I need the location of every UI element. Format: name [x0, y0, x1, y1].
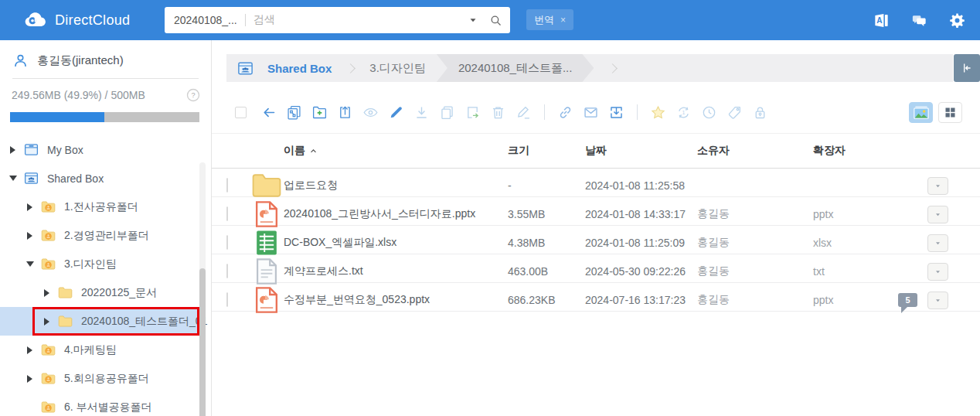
rename-button[interactable] [388, 104, 404, 121]
comment-count-badge[interactable]: 5 [898, 293, 917, 307]
app-logo[interactable]: DirectCloud [23, 11, 130, 29]
download-button[interactable] [413, 104, 430, 121]
row-actions-button[interactable] [927, 263, 948, 281]
tree-expand-arrow[interactable] [8, 176, 18, 181]
move-button[interactable] [464, 104, 481, 121]
tree-item[interactable]: 1.전사공유폴더 [0, 193, 199, 221]
signature-icon [516, 104, 532, 121]
view-toggle-group [909, 102, 962, 123]
header-name-sortable[interactable]: 이름 [284, 144, 508, 158]
help-question-icon[interactable]: ? [185, 87, 201, 103]
copy-format-button[interactable] [286, 104, 302, 121]
favorite-button[interactable] [650, 104, 666, 121]
row-actions-button[interactable] [927, 206, 948, 223]
tree-item[interactable]: Shared Box [0, 164, 199, 193]
upload-button[interactable] [337, 104, 353, 121]
thumbnail-view-button[interactable] [909, 102, 933, 123]
delete-trash-icon [490, 104, 506, 121]
file-size: - [508, 179, 585, 192]
copy-button[interactable] [439, 104, 455, 121]
search-icon[interactable] [489, 14, 502, 27]
lock-button[interactable] [752, 104, 768, 121]
tag-button[interactable] [726, 104, 743, 121]
back-button[interactable] [260, 104, 277, 121]
row-checkbox[interactable] [226, 264, 228, 278]
sidebar-scrollbar-track[interactable] [199, 162, 206, 416]
dropdown-caret-icon [934, 210, 942, 219]
tree-item[interactable]: 20240108_테스트폴더_01 [0, 307, 199, 336]
preview-button[interactable] [362, 104, 379, 121]
row-actions-button[interactable] [927, 292, 948, 309]
table-row[interactable]: 수정부분_번역요청_0523.pptx686.23KB2024-07-16 13… [212, 283, 980, 312]
delete-button[interactable] [490, 104, 506, 121]
tree-expand-arrow[interactable] [42, 289, 52, 297]
back-arrow-icon [260, 104, 277, 121]
file-table-header: 이름 크기 날짜 소유자 확장자 [212, 133, 980, 169]
tree-expand-arrow[interactable] [25, 232, 35, 240]
file-extension: pptx [813, 294, 898, 306]
sidebar: 홍길동(jirantech) 249.56MB (49.9%) / 500MB … [0, 40, 212, 416]
chip-close-icon[interactable]: × [560, 15, 566, 26]
copy-docs-icon [439, 104, 455, 121]
tree-expand-arrow[interactable] [8, 146, 18, 154]
tree-item[interactable]: My Box [0, 135, 199, 164]
file-owner: 홍길동 [697, 264, 813, 278]
mail-icon [583, 104, 599, 121]
row-actions-button[interactable] [927, 177, 948, 195]
breadcrumb-item-root[interactable]: Shared Box [267, 62, 332, 75]
history-button[interactable] [701, 104, 717, 121]
chat-icon[interactable] [910, 12, 928, 29]
search-input[interactable]: 20240108_... 검색 [165, 7, 510, 33]
table-row[interactable]: DC-BOX_엑셀파일.xlsx4.38MB2024-01-08 11:25:0… [212, 226, 980, 254]
table-row[interactable]: 20240108_그린방사서_스터디자료.pptx3.55MB2024-01-0… [212, 197, 980, 226]
version-button[interactable]: 1 [675, 104, 692, 121]
row-checkbox[interactable] [226, 178, 228, 193]
file-date: 2024-01-08 11:25:58 [585, 179, 697, 192]
tree-item[interactable]: 20220125_문서 [0, 278, 199, 307]
breadcrumb-item-parent[interactable]: 3.디자인팀 [369, 61, 426, 76]
translate-icon[interactable]: A [873, 12, 890, 29]
row-checkbox[interactable] [226, 206, 228, 221]
header-date[interactable]: 날짜 [585, 144, 697, 158]
gear-icon[interactable] [948, 12, 966, 29]
new-folder-button[interactable] [311, 104, 328, 121]
file-size: 463.00B [508, 265, 585, 278]
row-checkbox-cell [226, 293, 250, 307]
tree-item[interactable]: 5.회의용공유폴더 [0, 364, 199, 393]
signature-button[interactable] [516, 104, 532, 121]
tree-item[interactable]: 6. 부서별공용폴더 [0, 393, 199, 416]
collapse-panel-button[interactable] [954, 54, 980, 82]
share-link-button[interactable] [557, 104, 573, 121]
header-owner[interactable]: 소유자 [697, 144, 813, 158]
share-link-icon [557, 104, 573, 121]
sidebar-scrollbar-thumb[interactable] [199, 268, 206, 416]
tree-expand-arrow[interactable] [25, 346, 35, 354]
tree-item[interactable]: 2.경영관리부폴더 [0, 221, 199, 250]
save-to-box-button[interactable] [608, 104, 624, 121]
breadcrumb-item-current[interactable]: 20240108_테스트폴... [437, 54, 594, 82]
tree-item[interactable]: 4.마케팅팀 [0, 336, 199, 364]
table-row[interactable]: 업로드요청-2024-01-08 11:25:58 [212, 169, 980, 197]
tree-item[interactable]: 3.디자인팀 [0, 250, 199, 278]
row-checkbox[interactable] [226, 292, 228, 307]
search-filter-chip[interactable]: 번역 × [526, 9, 573, 30]
search-options-caret-icon[interactable] [468, 15, 478, 26]
row-menu-cell [927, 206, 971, 223]
tree-item-label: My Box [47, 144, 83, 156]
grid-view-button[interactable] [938, 102, 962, 123]
svg-text:?: ? [191, 91, 195, 99]
header-size[interactable]: 크기 [508, 144, 585, 158]
tree-expand-arrow[interactable] [25, 203, 35, 211]
chevron-right-icon [608, 63, 618, 73]
row-checkbox[interactable] [226, 235, 228, 250]
tree-expand-arrow[interactable] [42, 318, 52, 326]
tree-expand-arrow[interactable] [25, 261, 35, 267]
header-ext[interactable]: 확장자 [813, 144, 898, 158]
file-name: 계약프로세스.txt [284, 264, 508, 278]
table-row[interactable]: 계약프로세스.txt463.00B2024-05-30 09:22:26홍길동t… [212, 254, 980, 283]
row-actions-button[interactable] [927, 234, 948, 252]
select-all-checkbox[interactable] [235, 107, 247, 118]
tree-expand-arrow[interactable] [25, 375, 35, 383]
mail-button[interactable] [583, 104, 599, 121]
chevron-right-icon [345, 63, 356, 73]
